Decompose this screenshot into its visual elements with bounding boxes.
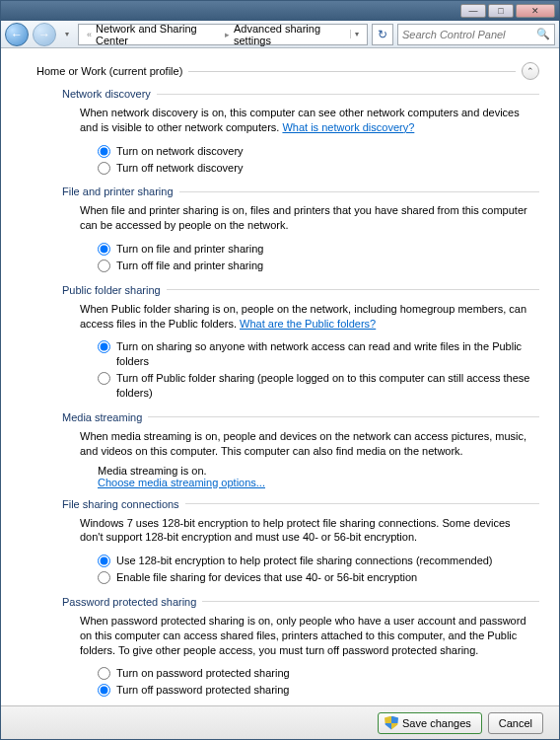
radio-label: Turn on password protected sharing — [116, 666, 290, 681]
maximize-button[interactable]: □ — [488, 4, 514, 18]
radio-input[interactable] — [98, 243, 110, 256]
link-choose-media-streaming[interactable]: Choose media streaming options... — [98, 477, 265, 488]
radio-label: Turn on sharing so anyone with network a… — [116, 339, 539, 369]
radio-label: Turn off Public folder sharing (people l… — [116, 371, 539, 401]
radio-input[interactable] — [98, 340, 110, 353]
radio-password-sharing-on[interactable]: Turn on password protected sharing — [98, 665, 539, 682]
collapse-button[interactable]: ⌃ — [522, 62, 539, 80]
refresh-button[interactable]: ↻ — [372, 24, 393, 45]
profile-header-home-work[interactable]: Home or Work (current profile) ⌃ — [36, 62, 539, 80]
section-title: Network discovery — [62, 88, 151, 100]
radio-file-printer-off[interactable]: Turn off file and printer sharing — [98, 258, 539, 274]
history-dropdown[interactable]: ▾ — [60, 25, 74, 44]
radio-encryption-40-56[interactable]: Enable file sharing for devices that use… — [98, 569, 539, 586]
radio-password-sharing-off[interactable]: Turn off password protected sharing — [98, 682, 539, 699]
section-description: When Public folder sharing is on, people… — [62, 302, 539, 337]
divider — [188, 71, 516, 72]
radio-network-discovery-on[interactable]: Turn on network discovery — [98, 143, 539, 160]
footer-bar: Save changes Cancel — [1, 705, 559, 739]
content-scroll[interactable]: Home or Work (current profile) ⌃ Network… — [1, 48, 559, 705]
radio-public-folder-off[interactable]: Turn off Public folder sharing (people l… — [98, 370, 539, 402]
profile-title: Home or Work (current profile) — [36, 65, 182, 77]
radio-input[interactable] — [98, 571, 110, 584]
shield-icon — [385, 716, 398, 730]
section-public-folder-sharing: Public folder sharing When Public folder… — [62, 284, 539, 402]
cancel-button[interactable]: Cancel — [488, 712, 543, 734]
radio-file-printer-on[interactable]: Turn on file and printer sharing — [98, 241, 539, 258]
breadcrumb[interactable]: « Network and Sharing Center ▸ Advanced … — [78, 24, 368, 45]
breadcrumb-item[interactable]: Advanced sharing settings — [234, 23, 350, 46]
divider — [202, 601, 539, 602]
search-icon: 🔍 — [536, 28, 550, 40]
control-panel-window: — □ ✕ ← → ▾ « Network and Sharing Center… — [0, 0, 560, 740]
section-file-printer-sharing: File and printer sharing When file and p… — [62, 185, 539, 273]
search-input[interactable] — [402, 29, 536, 40]
button-label: Save changes — [402, 717, 471, 729]
section-description: When password protected sharing is on, o… — [62, 614, 539, 664]
radio-label: Turn off network discovery — [116, 161, 243, 176]
section-title: Media streaming — [62, 411, 142, 423]
link-what-is-network-discovery[interactable]: What is network discovery? — [282, 121, 414, 133]
media-streaming-status: Media streaming is on. — [98, 465, 539, 477]
section-file-sharing-connections: File sharing connections Windows 7 uses … — [62, 498, 539, 586]
radio-label: Turn on network discovery — [116, 144, 244, 159]
section-title: Password protected sharing — [62, 596, 196, 608]
divider — [179, 191, 539, 192]
section-title: Public folder sharing — [62, 284, 161, 296]
divider — [148, 416, 539, 417]
radio-input[interactable] — [98, 162, 110, 175]
chevron-right-icon: ▸ — [221, 30, 234, 39]
section-network-discovery: Network discovery When network discovery… — [62, 88, 539, 176]
divider — [157, 94, 539, 95]
navigation-bar: ← → ▾ « Network and Sharing Center ▸ Adv… — [1, 21, 559, 48]
chevron-icon: « — [83, 30, 96, 39]
forward-button[interactable]: → — [33, 23, 56, 46]
radio-label: Turn on file and printer sharing — [116, 242, 263, 257]
radio-input[interactable] — [98, 684, 110, 697]
radio-label: Use 128-bit encryption to help protect f… — [116, 554, 493, 568]
radio-label: Turn off file and printer sharing — [116, 259, 263, 273]
search-box[interactable]: 🔍 — [397, 24, 555, 45]
radio-input[interactable] — [98, 555, 110, 567]
section-description: When media streaming is on, people and d… — [62, 429, 539, 465]
radio-input[interactable] — [98, 259, 110, 272]
section-description: When file and printer sharing is on, fil… — [62, 203, 539, 239]
window-titlebar: — □ ✕ — [1, 1, 559, 21]
section-password-protected-sharing: Password protected sharing When password… — [62, 596, 539, 699]
radio-input[interactable] — [98, 667, 110, 680]
section-title: File sharing connections — [62, 498, 179, 510]
close-button[interactable]: ✕ — [516, 4, 555, 18]
radio-network-discovery-off[interactable]: Turn off network discovery — [98, 160, 539, 177]
section-description: When network discovery is on, this compu… — [62, 106, 539, 141]
radio-label: Turn off password protected sharing — [116, 683, 289, 698]
link-what-are-public-folders[interactable]: What are the Public folders? — [240, 318, 376, 330]
divider — [167, 289, 539, 290]
save-changes-button[interactable]: Save changes — [378, 712, 482, 734]
section-media-streaming: Media streaming When media streaming is … — [62, 411, 539, 488]
section-title: File and printer sharing — [62, 185, 174, 197]
radio-input[interactable] — [98, 145, 110, 158]
radio-public-folder-on[interactable]: Turn on sharing so anyone with network a… — [98, 338, 539, 370]
back-button[interactable]: ← — [5, 23, 29, 46]
radio-label: Enable file sharing for devices that use… — [116, 570, 417, 585]
radio-encryption-128[interactable]: Use 128-bit encryption to help protect f… — [98, 553, 539, 569]
radio-input[interactable] — [98, 372, 110, 385]
minimize-button[interactable]: — — [460, 4, 486, 18]
breadcrumb-item[interactable]: Network and Sharing Center — [96, 23, 221, 46]
breadcrumb-dropdown[interactable]: ▾ — [350, 30, 363, 38]
divider — [185, 503, 539, 504]
section-description: Windows 7 uses 128-bit encryption to hel… — [62, 516, 539, 552]
